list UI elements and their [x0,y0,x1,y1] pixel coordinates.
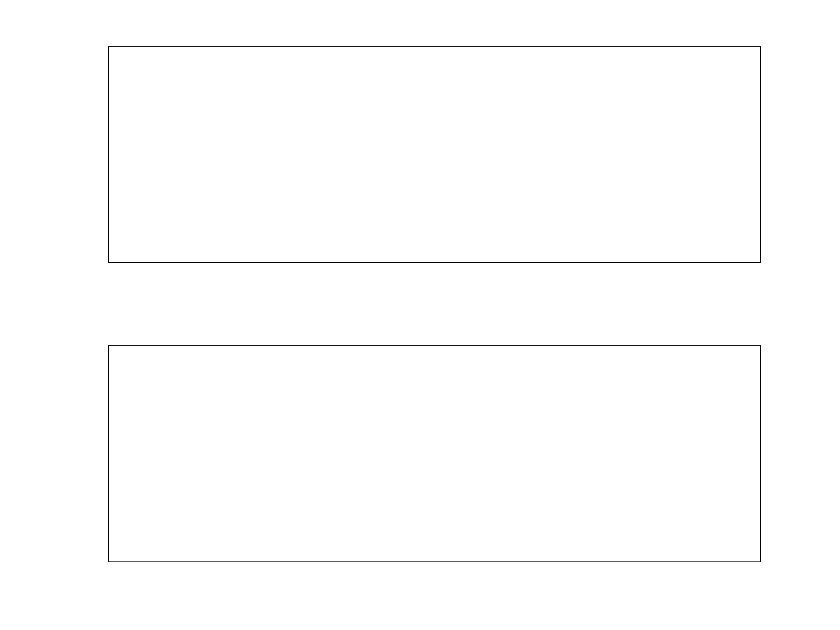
spectrogram-plot [108,46,761,263]
spectrogram-axis-ticks [109,47,760,262]
matlab-figure [0,0,840,630]
timeline-plot [108,345,761,562]
timeline-axis-ticks [109,346,760,562]
